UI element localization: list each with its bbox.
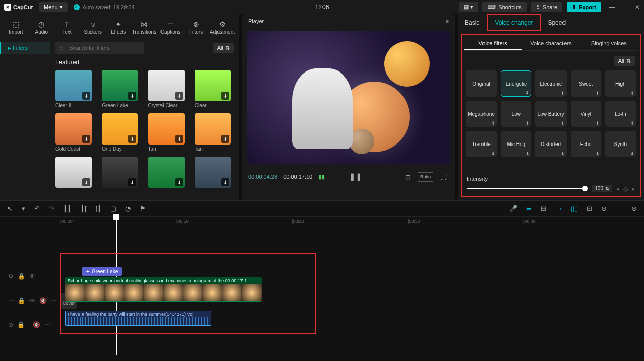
- shortcuts-button[interactable]: ⌨ Shortcuts: [482, 2, 526, 12]
- all-filter-button[interactable]: All ⇅: [213, 43, 234, 53]
- minimize-icon[interactable]: —: [609, 4, 615, 11]
- clip-filter-green-lake[interactable]: ✦ Green Lake: [82, 267, 122, 276]
- more-icon[interactable]: ⋯: [44, 321, 50, 328]
- snap-button[interactable]: ⬌: [524, 204, 534, 213]
- subnav-filters[interactable]: ▸ Filters: [0, 42, 50, 54]
- undo-button[interactable]: ↶: [32, 204, 42, 213]
- snapshot-button[interactable]: ⊡: [403, 172, 413, 182]
- voice-sweet[interactable]: Sweet⬇: [571, 70, 601, 97]
- marker-tool[interactable]: ◔: [123, 204, 133, 213]
- download-icon[interactable]: ⬇: [175, 92, 183, 100]
- filter-item[interactable]: ⬇: [148, 157, 185, 188]
- crop-tool[interactable]: ▢: [108, 204, 118, 213]
- download-icon[interactable]: ⬇: [82, 92, 90, 100]
- tab-adjustment[interactable]: ⚙Adjustment: [209, 17, 236, 38]
- lock-icon[interactable]: 🔒: [17, 321, 25, 328]
- fullscreen-button[interactable]: ⛶: [438, 172, 449, 182]
- tab-filters[interactable]: ⊗Filters: [183, 17, 209, 38]
- voice-all-button[interactable]: All ⇅: [614, 56, 635, 66]
- keyframe-prev-icon[interactable]: ◂: [616, 185, 619, 192]
- player-menu-icon[interactable]: ≡: [446, 18, 449, 24]
- filter-crystal-clear[interactable]: ⬇Crystal Clear: [148, 70, 185, 108]
- filter-tan-1[interactable]: ⬇Tan: [148, 113, 185, 152]
- download-icon[interactable]: ⬇: [128, 178, 136, 186]
- split-left-tool[interactable]: ┃[: [78, 204, 89, 213]
- voice-energetic[interactable]: Energetic⬇: [501, 70, 531, 97]
- keyframe-icon[interactable]: ◇: [623, 185, 628, 192]
- voice-low[interactable]: Low⬇: [501, 101, 531, 127]
- tab-audio[interactable]: ◷Audio: [29, 17, 54, 38]
- download-icon[interactable]: ⬇: [175, 135, 183, 143]
- filter-item[interactable]: ⬇: [102, 157, 138, 188]
- layout-button[interactable]: ▦ ▾: [459, 2, 478, 12]
- player-viewport[interactable]: [247, 31, 450, 164]
- eye-icon[interactable]: 👁: [29, 273, 35, 280]
- mute-icon[interactable]: 🔇: [33, 321, 40, 328]
- tab-transitions[interactable]: ⋈Transitions: [131, 17, 158, 38]
- download-icon[interactable]: ⬇: [128, 135, 136, 143]
- voice-electronic[interactable]: Electronic⬇: [535, 70, 566, 97]
- voice-low-battery[interactable]: Low Battery⬇: [535, 101, 566, 127]
- search-input[interactable]: [55, 42, 144, 54]
- select-tool[interactable]: ↖: [5, 204, 15, 213]
- tab-captions[interactable]: ▭Captions: [157, 17, 183, 38]
- voice-high[interactable]: High⬇: [605, 70, 636, 97]
- keyframe-next-icon[interactable]: ▸: [632, 185, 635, 192]
- tab-voice-changer[interactable]: Voice changer: [487, 14, 541, 31]
- link-button[interactable]: ⊟: [539, 204, 548, 213]
- settings-button[interactable]: ⊡: [585, 204, 594, 213]
- mic-button[interactable]: 🎤: [507, 204, 519, 213]
- share-button[interactable]: ⇪ Share: [531, 2, 562, 12]
- download-icon[interactable]: ⬇: [221, 92, 229, 100]
- intensity-value[interactable]: 100 ⇅: [592, 185, 612, 192]
- timeline-ruler[interactable]: |00:00 |00:10 |00:20 |00:30 |00:40: [55, 217, 644, 227]
- download-icon[interactable]: ⬇: [221, 135, 229, 143]
- flag-tool[interactable]: ⚑: [138, 204, 148, 213]
- ratio-button[interactable]: Ratio: [418, 172, 433, 182]
- zoom-out-button[interactable]: ⊖: [599, 204, 609, 213]
- voice-lofi[interactable]: Lo-Fi⬇: [605, 101, 636, 127]
- export-button[interactable]: ⬆ Export: [567, 2, 601, 12]
- play-pause-button[interactable]: ❚❚: [347, 171, 364, 182]
- filter-item[interactable]: ⬇: [195, 157, 231, 188]
- download-icon[interactable]: ⬇: [128, 92, 136, 100]
- filter-green-lake[interactable]: ⬇Green Lake: [102, 70, 138, 108]
- lock-icon[interactable]: 🔒: [18, 273, 25, 280]
- download-icon[interactable]: ⬇: [221, 178, 229, 186]
- maximize-icon[interactable]: ☐: [622, 4, 628, 11]
- voice-distorted[interactable]: Distorted⬇: [535, 131, 566, 157]
- tab-effects[interactable]: ✦Effects: [106, 17, 131, 38]
- zoom-in-button[interactable]: ⊕: [629, 204, 639, 213]
- clip-video-main[interactable]: School-age child wears virtual reality g…: [65, 277, 262, 302]
- link-icon[interactable]: ⊘: [8, 321, 13, 328]
- voice-tremble[interactable]: Tremble⬇: [466, 131, 497, 157]
- film-icon[interactable]: ▭: [8, 297, 14, 304]
- split-tool[interactable]: ┃┃: [61, 204, 73, 213]
- settings-icon[interactable]: ⚙: [8, 273, 14, 280]
- eye-icon[interactable]: 👁: [29, 297, 35, 304]
- mute-icon[interactable]: 🔇: [39, 297, 47, 304]
- filter-gold-coast[interactable]: ⬇Gold Coast: [55, 113, 92, 152]
- voice-echo[interactable]: Echo⬇: [571, 131, 601, 157]
- zoom-slider[interactable]: —: [614, 204, 624, 213]
- redo-button[interactable]: ↷: [47, 204, 56, 213]
- subtab-voice-filters[interactable]: Voice filters: [464, 37, 522, 50]
- voice-megaphone[interactable]: Megaphone⬇: [466, 101, 497, 127]
- subtab-voice-characters[interactable]: Voice characters: [522, 37, 580, 50]
- tool-dropdown[interactable]: ▾: [20, 204, 27, 213]
- close-icon[interactable]: ✕: [635, 4, 640, 11]
- filter-tan-2[interactable]: ⬇Tan: [195, 113, 231, 152]
- tab-import[interactable]: ⬚Import: [3, 17, 29, 38]
- filter-one-day[interactable]: ⬇One Day: [102, 113, 138, 152]
- tab-stickers[interactable]: ☺Stickers: [80, 17, 106, 38]
- tab-text[interactable]: TText: [54, 17, 80, 38]
- split-right-tool[interactable]: ]┃: [94, 204, 104, 213]
- filter-clear[interactable]: ⬇Clear: [195, 70, 231, 108]
- lock-icon[interactable]: 🔒: [18, 297, 25, 304]
- download-icon[interactable]: ⬇: [82, 135, 90, 143]
- audio-level-icon[interactable]: ▮▮: [318, 174, 325, 180]
- track-button[interactable]: ▯▯: [569, 204, 580, 213]
- intensity-slider[interactable]: [467, 188, 588, 189]
- clip-audio-main[interactable]: I have a feeling the party will start in…: [65, 311, 211, 326]
- voice-mic-hog[interactable]: Mic Hog⬇: [501, 131, 531, 157]
